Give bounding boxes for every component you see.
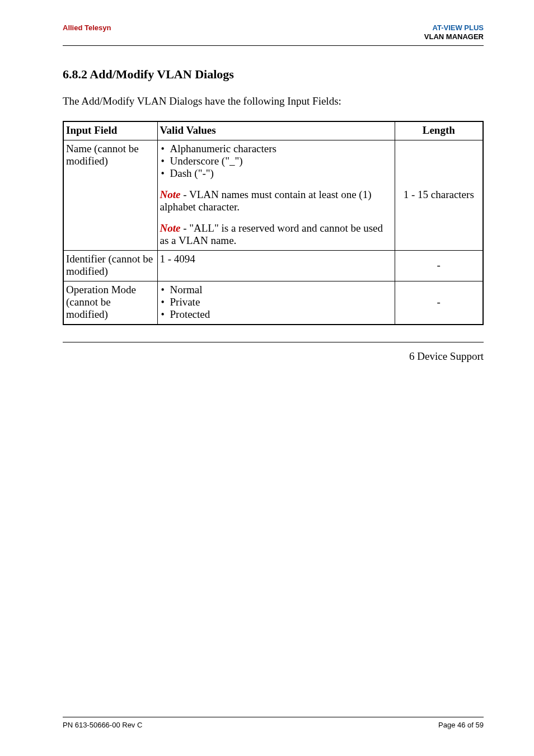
note-text: - "ALL" is a reserved word and cannot be… [160, 222, 383, 246]
cell-field-name: Operation Mode (cannot be modified) [63, 281, 157, 325]
brand-right: AT-VIEW PLUS VLAN MANAGER [424, 24, 484, 42]
brand-right-line1: AT-VIEW PLUS [424, 24, 484, 32]
brand-right-line2: VLAN MANAGER [424, 32, 484, 41]
note-paragraph: Note - "ALL" is a reserved word and cann… [160, 222, 392, 247]
col-header-valid-values: Valid Values [157, 121, 395, 140]
cell-length: - [395, 250, 483, 281]
note-paragraph: Note - VLAN names must contain at least … [160, 189, 392, 213]
cell-field-name: Name (cannot be modified) [63, 140, 157, 250]
section-heading: 6.8.2 Add/Modify VLAN Dialogs [63, 67, 484, 82]
col-header-input-field: Input Field [63, 121, 157, 140]
list-item: Underscore ("_") [161, 155, 392, 167]
list-item: Private [161, 296, 392, 308]
page-footer: PN 613-50666-00 Rev C Page 46 of 59 [63, 717, 484, 729]
nav-next-link[interactable]: 6 Device Support [63, 350, 484, 363]
section-divider [63, 342, 484, 342]
cell-length: 1 - 15 characters [395, 140, 483, 250]
note-text: - VLAN names must contain at least one (… [160, 189, 372, 213]
col-header-length: Length [395, 121, 483, 140]
table-row: Name (cannot be modified) Alphanumeric c… [63, 140, 483, 250]
list-item: Dash ("-") [161, 167, 392, 180]
list-item: Normal [161, 284, 392, 296]
cell-length: - [395, 281, 483, 325]
cell-field-name: Identifier (cannot be modified) [63, 250, 157, 281]
footer-right: Page 46 of 59 [438, 721, 484, 729]
cell-valid-values: Normal Private Protected [157, 281, 395, 325]
brand-left: Allied Telesyn [63, 24, 111, 32]
page-header: Allied Telesyn AT-VIEW PLUS VLAN MANAGER [63, 24, 484, 46]
cell-valid-values: Alphanumeric characters Underscore ("_")… [157, 140, 395, 250]
list-item: Alphanumeric characters [161, 143, 392, 155]
input-fields-table: Input Field Valid Values Length Name (ca… [63, 121, 484, 325]
note-label: Note [160, 189, 181, 200]
footer-left: PN 613-50666-00 Rev C [63, 721, 142, 729]
note-label: Note [160, 222, 181, 234]
cell-valid-values: 1 - 4094 [157, 250, 395, 281]
table-row: Identifier (cannot be modified) 1 - 4094… [63, 250, 483, 281]
section-intro: The Add/Modify VLAN Dialogs have the fol… [63, 95, 484, 107]
list-item: Protected [161, 308, 392, 321]
table-row: Operation Mode (cannot be modified) Norm… [63, 281, 483, 325]
